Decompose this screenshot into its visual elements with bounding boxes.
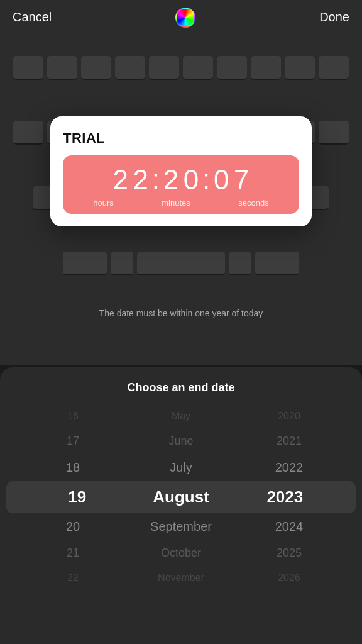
key[interactable] (229, 252, 251, 275)
picker-row[interactable]: 22 November 2026 (0, 566, 362, 590)
picker-row[interactable]: 20 September 2024 (0, 513, 362, 540)
done-button[interactable]: Done (319, 10, 349, 25)
picker-year: 2021 (235, 435, 343, 448)
key[interactable] (81, 56, 111, 80)
colon-1: : (150, 165, 162, 193)
timer-card: TRIAL 2 2 : 2 0 : 0 7 hours minutes seco… (50, 116, 312, 226)
picker-row[interactable]: 17 June 2021 (0, 428, 362, 454)
picker-month: May (127, 411, 235, 422)
seconds-label: seconds (238, 198, 268, 208)
card-title: TRIAL (63, 130, 299, 147)
picker-day: 21 (19, 547, 127, 560)
picker-day: 19 (25, 487, 129, 507)
seconds-digit-2: 7 (233, 166, 250, 194)
picker-day: 18 (19, 460, 127, 475)
hours-label: hours (93, 198, 114, 208)
picker-day: 16 (19, 411, 127, 422)
cancel-button[interactable]: Cancel (13, 10, 52, 25)
key[interactable] (255, 252, 299, 275)
picker-day: 22 (19, 572, 127, 584)
picker-row[interactable]: 19 August 2023 (6, 481, 356, 513)
picker-month: November (127, 572, 235, 584)
picker-day: 20 (19, 519, 127, 534)
key[interactable] (111, 252, 133, 275)
key[interactable] (217, 56, 247, 80)
date-picker: Choose an end date 16 May 2020 17 June 2… (0, 367, 362, 644)
seconds-digit-1: 0 (212, 166, 230, 194)
picker-year: 2020 (235, 411, 343, 422)
minutes-label: minutes (162, 198, 190, 208)
key[interactable] (115, 56, 145, 80)
picker-year: 2026 (235, 572, 343, 584)
picker-month: July (127, 460, 235, 475)
key[interactable] (251, 56, 281, 80)
picker-year: 2023 (233, 487, 337, 507)
minutes-group: 2 0 (162, 166, 200, 194)
color-wheel-icon[interactable] (175, 8, 195, 28)
minutes-digit-1: 2 (162, 166, 180, 194)
picker-row[interactable]: 18 July 2022 (0, 454, 362, 481)
key[interactable] (13, 56, 43, 80)
date-restriction-message: The date must be within one year of toda… (0, 308, 362, 318)
timer-labels: hours minutes seconds (69, 198, 293, 208)
timer-digits: 2 2 : 2 0 : 0 7 (69, 165, 293, 194)
key[interactable] (319, 121, 349, 145)
key[interactable] (63, 252, 107, 275)
key[interactable] (149, 56, 179, 80)
key[interactable] (47, 56, 77, 80)
picker-row[interactable]: 21 October 2025 (0, 540, 362, 566)
key[interactable] (13, 121, 43, 145)
hours-digit-2: 2 (132, 166, 150, 194)
picker-year: 2022 (235, 460, 343, 475)
picker-year: 2024 (235, 519, 343, 534)
space-key[interactable] (137, 252, 225, 275)
top-bar: Cancel Done (0, 0, 362, 35)
picker-month: October (127, 547, 235, 560)
minutes-digit-2: 0 (182, 166, 200, 194)
picker-month: September (127, 519, 235, 534)
key[interactable] (319, 56, 349, 80)
colon-2: : (200, 165, 212, 193)
hours-digit-1: 2 (112, 166, 129, 194)
picker-month: August (129, 487, 233, 507)
picker-row[interactable]: 16 May 2020 (0, 404, 362, 428)
picker-rows: 16 May 2020 17 June 2021 18 July 2022 19… (0, 404, 362, 590)
key[interactable] (183, 56, 213, 80)
picker-year: 2025 (235, 547, 343, 560)
date-picker-title: Choose an end date (0, 367, 362, 404)
seconds-group: 0 7 (212, 166, 250, 194)
hours-group: 2 2 (112, 166, 150, 194)
picker-month: June (127, 435, 235, 448)
timer-display: 2 2 : 2 0 : 0 7 hours minutes seconds (63, 155, 299, 214)
picker-day: 17 (19, 435, 127, 448)
key[interactable] (285, 56, 315, 80)
